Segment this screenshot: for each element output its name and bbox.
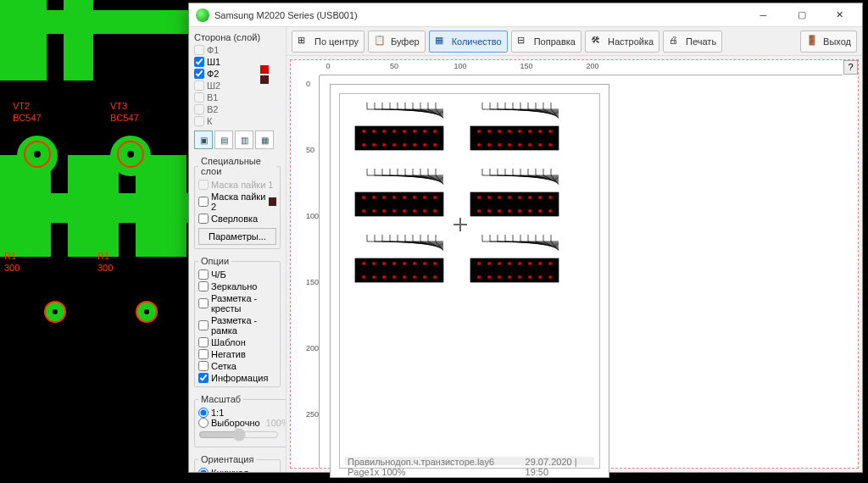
svg-point-31: [413, 130, 416, 133]
orientation-group: Ориентация Книжная Альбомная: [194, 454, 281, 472]
svg-point-21: [362, 130, 365, 133]
layer-f1-checkbox: [194, 45, 204, 55]
correction-icon: ⊟: [517, 35, 531, 48]
maximize-button[interactable]: ▢: [782, 4, 821, 26]
svg-point-59: [477, 143, 481, 147]
svg-point-64: [508, 130, 511, 133]
svg-point-134: [487, 196, 491, 199]
svg-point-214: [518, 262, 521, 265]
svg-point-173: [382, 262, 386, 265]
layer-sh1-checkbox[interactable]: [194, 57, 204, 67]
count-icon: ▦: [435, 35, 448, 48]
svg-point-32: [413, 143, 416, 147]
tile: [352, 167, 447, 219]
svg-point-34: [423, 143, 426, 147]
svg-point-104: [403, 209, 406, 213]
solder-mask-2-checkbox[interactable]: [198, 197, 209, 207]
rotate-180-button[interactable]: ▥: [235, 130, 253, 149]
svg-point-26: [382, 143, 386, 147]
svg-point-109: [433, 196, 437, 199]
count-button[interactable]: ▦Количество: [429, 31, 508, 53]
center-button[interactable]: ⊞По центру: [292, 31, 364, 53]
svg-point-143: [528, 209, 531, 213]
orient-portrait-radio[interactable]: [198, 468, 209, 472]
svg-point-146: [548, 196, 552, 199]
bw-checkbox[interactable]: [198, 269, 209, 280]
setup-button[interactable]: 🛠Настройка: [585, 31, 659, 53]
svg-point-174: [382, 275, 386, 279]
svg-point-171: [372, 262, 376, 265]
svg-point-172: [372, 275, 376, 279]
svg-point-65: [508, 143, 511, 147]
ruler-vertical: 050100150200250: [304, 75, 320, 468]
svg-rect-131: [470, 192, 559, 216]
svg-point-28: [392, 143, 396, 147]
marks-cross-checkbox[interactable]: [198, 298, 209, 308]
svg-point-176: [392, 275, 396, 279]
print-dialog: Samsung M2020 Series (USB001) ─ ▢ ✕ Стор…: [188, 3, 863, 473]
rotate-90-button[interactable]: ▤: [214, 130, 233, 149]
scale-11-radio[interactable]: [198, 408, 209, 418]
rotation-toolbar: ▣ ▤ ▥ ▦: [194, 130, 281, 149]
svg-point-183: [433, 262, 437, 265]
svg-point-67: [518, 143, 521, 147]
scale-group: Масштаб 1:1 Выборочно100%: [194, 394, 287, 447]
svg-point-218: [538, 262, 542, 265]
print-button[interactable]: 🖨Печать: [663, 31, 722, 53]
special-layers-group: Специальные слои Маска пайки 1 Маска пай…: [194, 156, 281, 249]
layer-v2-checkbox: [194, 104, 204, 114]
sidebar: Сторона (слой) Ф1Ш1Ф2Ш2В1В2К ▣ ▤ ▥ ▦ Спе…: [189, 27, 287, 472]
titlebar: Samsung M2020 Series (USB001) ─ ▢ ✕: [189, 3, 862, 27]
page-footer: Правильнодоп.ч.транзисторе.lay6 Page1x 1…: [345, 457, 594, 465]
svg-point-103: [403, 196, 406, 199]
svg-point-175: [392, 262, 396, 265]
rotate-270-button[interactable]: ▦: [255, 130, 274, 149]
svg-point-98: [372, 209, 376, 213]
exit-button[interactable]: 🚪Выход: [800, 31, 857, 53]
close-button[interactable]: ✕: [821, 4, 859, 26]
svg-point-211: [498, 275, 501, 279]
svg-point-132: [477, 196, 481, 199]
svg-rect-94: [355, 192, 443, 216]
svg-point-97: [372, 196, 376, 199]
scale-custom-radio[interactable]: [198, 418, 209, 428]
layer-f2-checkbox[interactable]: [194, 69, 204, 79]
svg-point-25: [382, 130, 386, 133]
layers-title: Сторона (слой): [194, 32, 281, 42]
minimize-button[interactable]: ─: [744, 4, 782, 26]
svg-point-147: [548, 209, 552, 213]
svg-point-30: [403, 143, 406, 147]
drill-checkbox[interactable]: [198, 214, 209, 224]
negative-checkbox[interactable]: [198, 349, 209, 359]
template-checkbox[interactable]: [198, 337, 209, 347]
marks-frame-checkbox[interactable]: [198, 320, 209, 330]
layer-sh2-checkbox: [194, 80, 204, 91]
svg-point-144: [538, 196, 542, 199]
buffer-icon: 📋: [374, 35, 387, 48]
svg-point-217: [528, 275, 531, 279]
svg-point-219: [538, 275, 542, 279]
svg-point-106: [413, 209, 416, 213]
svg-point-72: [548, 130, 552, 133]
buffer-button[interactable]: 📋Буфер: [368, 31, 426, 53]
correction-button[interactable]: ⊟Поправка: [511, 31, 581, 53]
parameters-button[interactable]: Параметры...: [198, 228, 276, 245]
svg-point-100: [382, 209, 386, 213]
svg-point-206: [477, 262, 481, 265]
app-icon: [196, 8, 209, 22]
help-button[interactable]: ?: [843, 60, 858, 75]
svg-point-179: [413, 262, 416, 265]
svg-point-209: [487, 275, 491, 279]
svg-point-213: [508, 275, 511, 279]
options-group: Опции Ч/Б Зеркально Разметка - кресты Ра…: [194, 256, 281, 387]
rotate-0-button[interactable]: ▣: [194, 130, 213, 149]
grid-checkbox[interactable]: [198, 361, 209, 371]
preview-canvas[interactable]: ? 050100150200 050100150200250: [290, 59, 859, 469]
svg-point-60: [487, 130, 491, 133]
print-page: Правильнодоп.ч.транзисторе.lay6 Page1x 1…: [330, 84, 609, 478]
info-checkbox[interactable]: [198, 373, 209, 383]
svg-point-71: [538, 143, 542, 147]
svg-point-137: [498, 209, 501, 213]
svg-point-182: [423, 275, 426, 279]
mirror-checkbox[interactable]: [198, 281, 209, 291]
